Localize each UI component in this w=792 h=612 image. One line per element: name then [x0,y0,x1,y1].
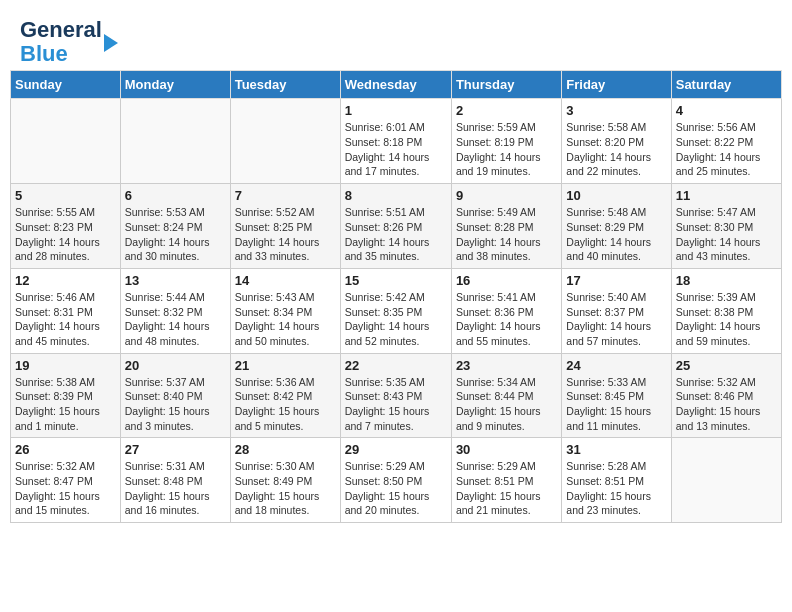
calendar-cell: 22Sunrise: 5:35 AM Sunset: 8:43 PM Dayli… [340,353,451,438]
calendar-cell: 5Sunrise: 5:55 AM Sunset: 8:23 PM Daylig… [11,184,121,269]
calendar-cell [671,438,781,523]
day-number: 4 [676,103,777,118]
day-info: Sunrise: 5:55 AM Sunset: 8:23 PM Dayligh… [15,205,116,264]
calendar-cell: 29Sunrise: 5:29 AM Sunset: 8:50 PM Dayli… [340,438,451,523]
day-number: 9 [456,188,557,203]
calendar-cell: 17Sunrise: 5:40 AM Sunset: 8:37 PM Dayli… [562,268,671,353]
day-number: 18 [676,273,777,288]
calendar-cell [230,99,340,184]
day-info: Sunrise: 5:59 AM Sunset: 8:19 PM Dayligh… [456,120,557,179]
day-info: Sunrise: 5:47 AM Sunset: 8:30 PM Dayligh… [676,205,777,264]
calendar-cell: 7Sunrise: 5:52 AM Sunset: 8:25 PM Daylig… [230,184,340,269]
calendar-cell [120,99,230,184]
calendar-cell: 13Sunrise: 5:44 AM Sunset: 8:32 PM Dayli… [120,268,230,353]
calendar-cell: 27Sunrise: 5:31 AM Sunset: 8:48 PM Dayli… [120,438,230,523]
day-info: Sunrise: 5:53 AM Sunset: 8:24 PM Dayligh… [125,205,226,264]
calendar-cell: 16Sunrise: 5:41 AM Sunset: 8:36 PM Dayli… [451,268,561,353]
calendar-header-row: SundayMondayTuesdayWednesdayThursdayFrid… [11,71,782,99]
day-number: 24 [566,358,666,373]
day-info: Sunrise: 5:37 AM Sunset: 8:40 PM Dayligh… [125,375,226,434]
calendar-week-5: 26Sunrise: 5:32 AM Sunset: 8:47 PM Dayli… [11,438,782,523]
calendar-header-wednesday: Wednesday [340,71,451,99]
calendar-cell: 30Sunrise: 5:29 AM Sunset: 8:51 PM Dayli… [451,438,561,523]
day-number: 28 [235,442,336,457]
day-info: Sunrise: 5:58 AM Sunset: 8:20 PM Dayligh… [566,120,666,179]
logo-arrow-icon [104,34,118,52]
calendar-week-2: 5Sunrise: 5:55 AM Sunset: 8:23 PM Daylig… [11,184,782,269]
calendar-week-4: 19Sunrise: 5:38 AM Sunset: 8:39 PM Dayli… [11,353,782,438]
day-info: Sunrise: 5:39 AM Sunset: 8:38 PM Dayligh… [676,290,777,349]
calendar-cell: 24Sunrise: 5:33 AM Sunset: 8:45 PM Dayli… [562,353,671,438]
day-info: Sunrise: 5:32 AM Sunset: 8:47 PM Dayligh… [15,459,116,518]
day-info: Sunrise: 5:42 AM Sunset: 8:35 PM Dayligh… [345,290,447,349]
calendar-cell: 1Sunrise: 6:01 AM Sunset: 8:18 PM Daylig… [340,99,451,184]
day-info: Sunrise: 5:51 AM Sunset: 8:26 PM Dayligh… [345,205,447,264]
day-number: 5 [15,188,116,203]
day-number: 17 [566,273,666,288]
calendar-cell: 18Sunrise: 5:39 AM Sunset: 8:38 PM Dayli… [671,268,781,353]
logo-text: GeneralBlue [20,18,102,66]
calendar-body: 1Sunrise: 6:01 AM Sunset: 8:18 PM Daylig… [11,99,782,523]
calendar-cell: 6Sunrise: 5:53 AM Sunset: 8:24 PM Daylig… [120,184,230,269]
calendar-cell: 20Sunrise: 5:37 AM Sunset: 8:40 PM Dayli… [120,353,230,438]
day-number: 7 [235,188,336,203]
day-number: 21 [235,358,336,373]
day-number: 20 [125,358,226,373]
calendar-cell: 23Sunrise: 5:34 AM Sunset: 8:44 PM Dayli… [451,353,561,438]
calendar-header-friday: Friday [562,71,671,99]
calendar-header-thursday: Thursday [451,71,561,99]
day-info: Sunrise: 5:35 AM Sunset: 8:43 PM Dayligh… [345,375,447,434]
day-number: 19 [15,358,116,373]
day-number: 31 [566,442,666,457]
day-info: Sunrise: 5:28 AM Sunset: 8:51 PM Dayligh… [566,459,666,518]
day-info: Sunrise: 5:43 AM Sunset: 8:34 PM Dayligh… [235,290,336,349]
day-number: 25 [676,358,777,373]
calendar-cell: 31Sunrise: 5:28 AM Sunset: 8:51 PM Dayli… [562,438,671,523]
calendar-cell: 4Sunrise: 5:56 AM Sunset: 8:22 PM Daylig… [671,99,781,184]
day-info: Sunrise: 5:44 AM Sunset: 8:32 PM Dayligh… [125,290,226,349]
calendar-cell: 9Sunrise: 5:49 AM Sunset: 8:28 PM Daylig… [451,184,561,269]
calendar-cell: 3Sunrise: 5:58 AM Sunset: 8:20 PM Daylig… [562,99,671,184]
day-number: 29 [345,442,447,457]
calendar-cell: 8Sunrise: 5:51 AM Sunset: 8:26 PM Daylig… [340,184,451,269]
day-number: 3 [566,103,666,118]
day-number: 12 [15,273,116,288]
calendar-cell: 14Sunrise: 5:43 AM Sunset: 8:34 PM Dayli… [230,268,340,353]
day-number: 13 [125,273,226,288]
day-info: Sunrise: 5:49 AM Sunset: 8:28 PM Dayligh… [456,205,557,264]
day-info: Sunrise: 5:29 AM Sunset: 8:51 PM Dayligh… [456,459,557,518]
day-number: 10 [566,188,666,203]
page-header: GeneralBlue [10,10,782,70]
day-number: 23 [456,358,557,373]
day-info: Sunrise: 5:31 AM Sunset: 8:48 PM Dayligh… [125,459,226,518]
calendar-week-3: 12Sunrise: 5:46 AM Sunset: 8:31 PM Dayli… [11,268,782,353]
calendar-header-saturday: Saturday [671,71,781,99]
calendar-header-tuesday: Tuesday [230,71,340,99]
day-number: 1 [345,103,447,118]
day-number: 15 [345,273,447,288]
day-info: Sunrise: 5:48 AM Sunset: 8:29 PM Dayligh… [566,205,666,264]
day-info: Sunrise: 5:41 AM Sunset: 8:36 PM Dayligh… [456,290,557,349]
calendar-cell: 19Sunrise: 5:38 AM Sunset: 8:39 PM Dayli… [11,353,121,438]
day-info: Sunrise: 5:33 AM Sunset: 8:45 PM Dayligh… [566,375,666,434]
calendar-cell: 21Sunrise: 5:36 AM Sunset: 8:42 PM Dayli… [230,353,340,438]
day-number: 27 [125,442,226,457]
calendar-cell: 10Sunrise: 5:48 AM Sunset: 8:29 PM Dayli… [562,184,671,269]
calendar-header-sunday: Sunday [11,71,121,99]
calendar-cell: 12Sunrise: 5:46 AM Sunset: 8:31 PM Dayli… [11,268,121,353]
day-number: 22 [345,358,447,373]
day-number: 6 [125,188,226,203]
day-number: 16 [456,273,557,288]
day-info: Sunrise: 5:34 AM Sunset: 8:44 PM Dayligh… [456,375,557,434]
logo: GeneralBlue [20,18,118,66]
calendar-cell: 28Sunrise: 5:30 AM Sunset: 8:49 PM Dayli… [230,438,340,523]
day-info: Sunrise: 5:56 AM Sunset: 8:22 PM Dayligh… [676,120,777,179]
day-info: Sunrise: 5:32 AM Sunset: 8:46 PM Dayligh… [676,375,777,434]
day-info: Sunrise: 5:36 AM Sunset: 8:42 PM Dayligh… [235,375,336,434]
day-info: Sunrise: 5:29 AM Sunset: 8:50 PM Dayligh… [345,459,447,518]
day-info: Sunrise: 5:30 AM Sunset: 8:49 PM Dayligh… [235,459,336,518]
calendar-week-1: 1Sunrise: 6:01 AM Sunset: 8:18 PM Daylig… [11,99,782,184]
day-number: 2 [456,103,557,118]
calendar-table: SundayMondayTuesdayWednesdayThursdayFrid… [10,70,782,523]
day-info: Sunrise: 5:52 AM Sunset: 8:25 PM Dayligh… [235,205,336,264]
